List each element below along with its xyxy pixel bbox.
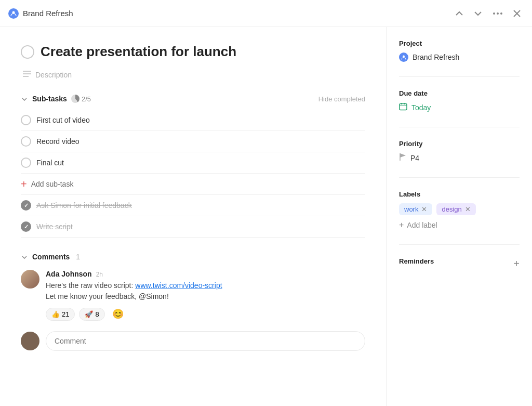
comment-header: Ada Johnson 2h — [46, 270, 365, 278]
rp-priority-text: P4 — [410, 154, 419, 162]
subtask-item: Record video — [21, 131, 365, 152]
rp-tag-design: design ✕ — [436, 203, 475, 215]
comment-body: Ada Johnson 2h Here's the raw video scri… — [46, 270, 365, 321]
comment-author: Ada Johnson — [46, 270, 92, 278]
svg-point-9 — [403, 56, 405, 58]
comments-section: Comments 1 Ada Johnson 2h Here's the raw… — [21, 252, 365, 351]
svg-point-1 — [493, 12, 495, 15]
comment-reactions: 👍 21 🚀 8 😊 — [46, 307, 365, 321]
left-panel: Create presentation for launch Descripti… — [0, 27, 387, 406]
nav-down-button[interactable] — [471, 9, 485, 18]
comment-text: Here's the raw video script: www.twist.c… — [46, 280, 365, 302]
subtask-checkbox-5[interactable] — [21, 221, 31, 232]
rp-add-label-icon: + — [399, 220, 404, 230]
subtask-checkbox-4[interactable] — [21, 200, 31, 211]
subtask-item: First cut of video — [21, 110, 365, 131]
rp-flag-icon — [399, 153, 406, 163]
comment-mention: @Simon — [139, 292, 167, 300]
nav-up-button[interactable] — [452, 9, 467, 18]
subtask-item-completed: Ask Simon for initial feedback — [21, 195, 365, 216]
main-layout: Create presentation for launch Descripti… — [0, 27, 532, 406]
comment-avatar — [21, 270, 39, 289]
description-row[interactable]: Description — [21, 70, 365, 80]
subtask-label-4: Ask Simon for initial feedback — [36, 201, 132, 209]
rp-tag-design-remove[interactable]: ✕ — [465, 205, 471, 213]
svg-rect-10 — [400, 104, 407, 110]
comment-time: 2h — [96, 271, 103, 278]
comments-section-header: Comments 1 — [21, 252, 365, 261]
rp-due-label: Due date — [399, 89, 520, 97]
reaction-rocket-emoji: 🚀 — [85, 310, 93, 318]
task-complete-checkbox[interactable] — [21, 45, 34, 59]
rp-divider-3 — [399, 177, 520, 178]
comment-link[interactable]: www.twist.com/video-script — [135, 281, 222, 290]
rp-tag-work-remove[interactable]: ✕ — [421, 205, 427, 213]
rp-priority-value[interactable]: P4 — [399, 153, 520, 163]
topbar: Brand Refresh — [0, 0, 532, 27]
svg-point-3 — [500, 12, 502, 15]
topbar-right — [452, 8, 524, 19]
hide-completed-button[interactable]: Hide completed — [318, 95, 365, 103]
right-panel: Project Brand Refresh Due date Today Pri… — [387, 27, 532, 406]
subtask-label-3: Final cut — [36, 159, 64, 167]
rp-tag-work: work ✕ — [399, 203, 432, 215]
add-reaction-icon: 😊 — [112, 309, 124, 319]
subtask-label-5: Write script — [36, 222, 73, 231]
comment-item: Ada Johnson 2h Here's the raw video scri… — [21, 270, 365, 321]
subtask-list: First cut of video Record video Final cu… — [21, 110, 365, 238]
reaction-thumbsup-emoji: 👍 — [51, 310, 60, 318]
subtask-checkbox-2[interactable] — [21, 136, 31, 147]
reaction-thumbsup-count: 21 — [62, 310, 69, 318]
comments-collapse-button[interactable] — [21, 252, 28, 261]
rp-tag-work-text: work — [404, 205, 418, 213]
svg-point-2 — [497, 12, 499, 15]
subtasks-section-title: Sub-tasks — [32, 95, 67, 103]
topbar-left: Brand Refresh — [8, 8, 73, 19]
rp-reminders-section: Reminders + — [399, 257, 520, 270]
subtask-label-1: First cut of video — [36, 116, 90, 124]
add-reaction-button[interactable]: 😊 — [109, 307, 127, 321]
rp-priority-label: Priority — [399, 140, 520, 148]
reaction-rocket-button[interactable]: 🚀 8 — [79, 308, 104, 321]
rp-due-section: Due date Today — [399, 89, 520, 112]
rp-project-name: Brand Refresh — [413, 53, 459, 61]
rp-labels-label: Labels — [399, 190, 520, 198]
rp-project-label: Project — [399, 40, 520, 47]
rp-tag-design-text: design — [442, 205, 461, 213]
description-icon — [23, 70, 31, 80]
rp-labels-list: work ✕ design ✕ — [399, 203, 520, 215]
add-subtask-row[interactable]: + Add sub-task — [21, 174, 365, 195]
description-placeholder: Description — [35, 71, 72, 79]
rp-labels-section: Labels work ✕ design ✕ + Add label — [399, 190, 520, 230]
comments-section-title: Comments — [32, 253, 70, 261]
task-title: Create presentation for launch — [41, 44, 236, 60]
add-subtask-icon: + — [21, 179, 27, 189]
subtasks-section-header: Sub-tasks 2/5 Hide completed — [21, 94, 365, 103]
rp-reminders-label: Reminders — [399, 257, 434, 265]
rp-add-label-button[interactable]: + Add label — [399, 220, 437, 230]
current-user-avatar — [21, 332, 39, 350]
rp-add-label-text: Add label — [407, 221, 437, 229]
project-avatar-icon — [8, 8, 19, 19]
more-options-button[interactable] — [489, 10, 506, 17]
topbar-title: Brand Refresh — [23, 9, 73, 18]
close-button[interactable] — [510, 8, 524, 19]
comments-count: 1 — [76, 253, 80, 261]
reaction-rocket-count: 8 — [95, 310, 99, 318]
subtasks-progress-badge: 2/5 — [71, 95, 91, 103]
rp-project-value: Brand Refresh — [399, 53, 520, 62]
subtasks-collapse-button[interactable] — [21, 94, 28, 103]
subtask-label-2: Record video — [36, 137, 79, 146]
comment-text-line2: Let me know your feedback, @Simon! — [46, 292, 169, 300]
reaction-thumbsup-button[interactable]: 👍 21 — [46, 308, 75, 321]
rp-calendar-icon — [399, 102, 407, 112]
rp-add-reminder-button[interactable]: + — [513, 258, 520, 270]
rp-reminders-header: Reminders + — [399, 257, 520, 270]
comment-input[interactable] — [46, 331, 365, 351]
rp-divider-1 — [399, 76, 520, 77]
subtask-checkbox-3[interactable] — [21, 158, 31, 168]
subtask-checkbox-1[interactable] — [21, 115, 31, 125]
subtask-item: Final cut — [21, 152, 365, 174]
rp-project-icon — [399, 53, 408, 62]
rp-due-value[interactable]: Today — [399, 102, 520, 112]
